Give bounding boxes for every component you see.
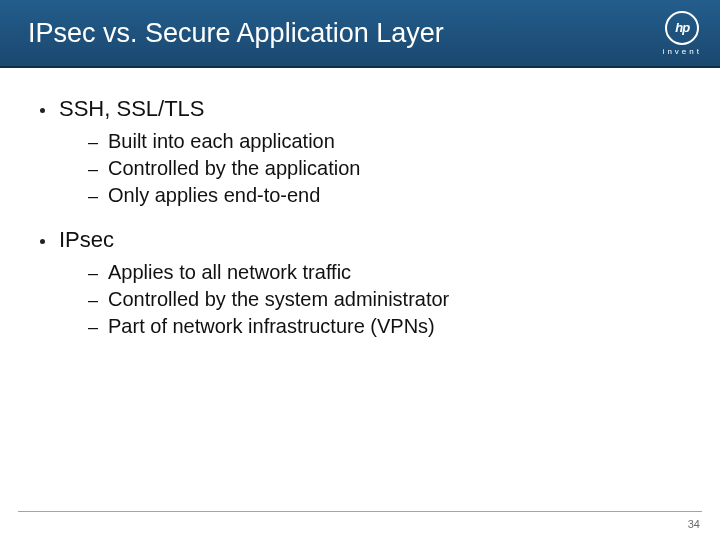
sub-bullet-item: – Only applies end-to-end [88, 182, 680, 209]
bullet-label: SSH, SSL/TLS [59, 96, 205, 122]
dash-icon: – [88, 157, 98, 181]
slide-title: IPsec vs. Secure Application Layer [28, 18, 444, 49]
dash-icon: – [88, 261, 98, 285]
dash-icon: – [88, 315, 98, 339]
page-number: 34 [688, 518, 700, 530]
dash-icon: – [88, 184, 98, 208]
dash-icon: – [88, 288, 98, 312]
sub-bullet-text: Controlled by the system administrator [108, 286, 449, 313]
sub-bullet-text: Controlled by the application [108, 155, 360, 182]
dash-icon: – [88, 130, 98, 154]
sub-bullet-item: – Built into each application [88, 128, 680, 155]
bullet-item: SSH, SSL/TLS [40, 96, 680, 122]
sub-bullet-text: Built into each application [108, 128, 335, 155]
sub-bullet-text: Part of network infrastructure (VPNs) [108, 313, 435, 340]
footer-divider [18, 511, 702, 512]
bullet-dot-icon [40, 108, 45, 113]
sub-bullet-list: – Applies to all network traffic – Contr… [88, 259, 680, 340]
bullet-label: IPsec [59, 227, 114, 253]
hp-logo-icon: hp invent [663, 11, 702, 56]
sub-bullet-text: Applies to all network traffic [108, 259, 351, 286]
sub-bullet-item: – Part of network infrastructure (VPNs) [88, 313, 680, 340]
hp-logo-subtext: invent [663, 47, 702, 56]
hp-logo-mark: hp [675, 20, 689, 35]
sub-bullet-text: Only applies end-to-end [108, 182, 320, 209]
sub-bullet-item: – Controlled by the application [88, 155, 680, 182]
sub-bullet-list: – Built into each application – Controll… [88, 128, 680, 209]
sub-bullet-item: – Applies to all network traffic [88, 259, 680, 286]
title-bar: IPsec vs. Secure Application Layer hp in… [0, 0, 720, 68]
bullet-dot-icon [40, 239, 45, 244]
sub-bullet-item: – Controlled by the system administrator [88, 286, 680, 313]
slide-content: SSH, SSL/TLS – Built into each applicati… [0, 68, 720, 340]
bullet-item: IPsec [40, 227, 680, 253]
